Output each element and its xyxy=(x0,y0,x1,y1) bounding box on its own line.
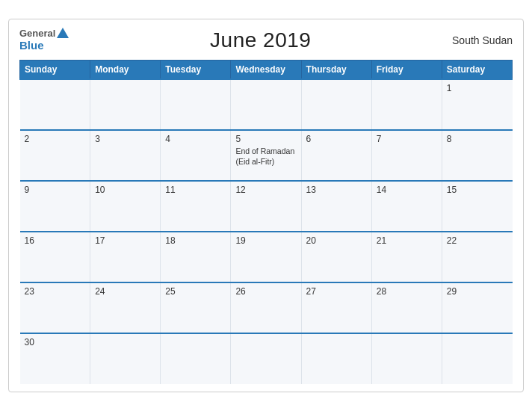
day-number: 28 xyxy=(377,286,386,297)
day-cell: 4 xyxy=(161,130,231,181)
day-number: 22 xyxy=(447,235,457,246)
logo: General Blue xyxy=(19,28,69,52)
day-cell: 6 xyxy=(301,130,371,181)
logo-flag-icon xyxy=(57,28,69,38)
day-number: 15 xyxy=(447,185,457,195)
day-number: 21 xyxy=(377,235,386,246)
day-number: 3 xyxy=(95,134,100,144)
day-number: 11 xyxy=(165,185,175,195)
day-cell xyxy=(90,79,161,130)
day-number: 16 xyxy=(25,235,34,246)
day-number: 1 xyxy=(447,83,452,93)
day-number: 24 xyxy=(95,286,105,297)
day-cell: 20 xyxy=(301,232,371,282)
day-cell xyxy=(231,79,301,130)
week-row-4: 16171819202122 xyxy=(20,232,513,282)
day-header-sunday: Sunday xyxy=(20,61,90,80)
day-number: 30 xyxy=(25,337,34,347)
calendar-title: June 2019 xyxy=(210,28,311,52)
day-cell: 18 xyxy=(161,232,231,282)
day-cell: 2 xyxy=(20,130,90,181)
day-cell xyxy=(442,333,512,384)
day-cell: 14 xyxy=(371,181,442,232)
day-number: 19 xyxy=(235,235,245,246)
day-cell: 19 xyxy=(231,232,301,282)
calendar-container: General Blue June 2019 South Sudan Sunda… xyxy=(8,19,524,392)
day-cell: 17 xyxy=(90,232,161,282)
day-header-row: SundayMondayTuesdayWednesdayThursdayFrid… xyxy=(20,61,513,80)
week-row-6: 30 xyxy=(20,333,513,384)
day-cell xyxy=(90,333,161,384)
day-cell: 24 xyxy=(90,282,161,333)
week-row-1: 1 xyxy=(20,79,513,130)
day-number: 6 xyxy=(306,134,312,144)
day-cell: 10 xyxy=(90,181,161,232)
day-header-tuesday: Tuesday xyxy=(161,61,231,80)
day-cell: 11 xyxy=(161,181,231,232)
day-cell xyxy=(231,333,301,384)
day-cell: 23 xyxy=(20,282,90,333)
day-cell: 29 xyxy=(442,282,512,333)
day-cell: 1 xyxy=(442,79,512,130)
day-cell: 15 xyxy=(442,181,512,232)
day-number: 26 xyxy=(235,286,245,297)
day-cell xyxy=(371,333,442,384)
day-number: 29 xyxy=(447,286,457,297)
day-number: 13 xyxy=(306,185,316,195)
day-number: 23 xyxy=(25,286,34,297)
day-header-thursday: Thursday xyxy=(301,61,371,80)
day-cell: 8 xyxy=(442,130,512,181)
week-row-2: 2345End of Ramadan (Eid al-Fitr)678 xyxy=(20,130,513,181)
day-cell: 28 xyxy=(371,282,442,333)
day-number: 14 xyxy=(377,185,386,195)
week-row-5: 23242526272829 xyxy=(20,282,513,333)
week-row-3: 9101112131415 xyxy=(20,181,513,232)
day-number: 7 xyxy=(377,134,382,144)
day-number: 25 xyxy=(165,286,175,297)
day-cell xyxy=(301,79,371,130)
day-header-monday: Monday xyxy=(90,61,161,80)
day-number: 20 xyxy=(306,235,316,246)
day-number: 10 xyxy=(95,185,105,195)
day-number: 18 xyxy=(165,235,175,246)
day-cell: 26 xyxy=(231,282,301,333)
day-event: End of Ramadan (Eid al-Fitr) xyxy=(235,146,296,167)
day-cell: 13 xyxy=(301,181,371,232)
day-cell: 12 xyxy=(231,181,301,232)
day-header-wednesday: Wednesday xyxy=(231,61,301,80)
day-cell: 16 xyxy=(20,232,90,282)
day-cell: 22 xyxy=(442,232,512,282)
day-cell: 30 xyxy=(20,333,90,384)
logo-general: General xyxy=(19,28,69,40)
day-cell xyxy=(161,333,231,384)
day-cell xyxy=(371,79,442,130)
day-number: 5 xyxy=(235,134,241,144)
day-number: 8 xyxy=(447,134,452,144)
day-header-friday: Friday xyxy=(371,61,442,80)
day-cell xyxy=(161,79,231,130)
day-number: 4 xyxy=(165,134,170,144)
day-cell: 5End of Ramadan (Eid al-Fitr) xyxy=(231,130,301,181)
day-cell: 25 xyxy=(161,282,231,333)
day-cell: 3 xyxy=(90,130,161,181)
day-number: 17 xyxy=(95,235,105,246)
day-cell: 21 xyxy=(371,232,442,282)
day-number: 9 xyxy=(25,185,30,195)
calendar-country: South Sudan xyxy=(452,34,513,46)
calendar-grid: SundayMondayTuesdayWednesdayThursdayFrid… xyxy=(19,60,513,384)
day-cell: 27 xyxy=(301,282,371,333)
logo-blue: Blue xyxy=(19,40,69,52)
day-cell: 7 xyxy=(371,130,442,181)
day-number: 27 xyxy=(306,286,316,297)
day-number: 12 xyxy=(235,185,245,195)
calendar-header: General Blue June 2019 South Sudan xyxy=(19,28,513,52)
day-cell xyxy=(20,79,90,130)
day-number: 2 xyxy=(25,134,30,144)
day-cell: 9 xyxy=(20,181,90,232)
day-header-saturday: Saturday xyxy=(442,61,512,80)
day-cell xyxy=(301,333,371,384)
